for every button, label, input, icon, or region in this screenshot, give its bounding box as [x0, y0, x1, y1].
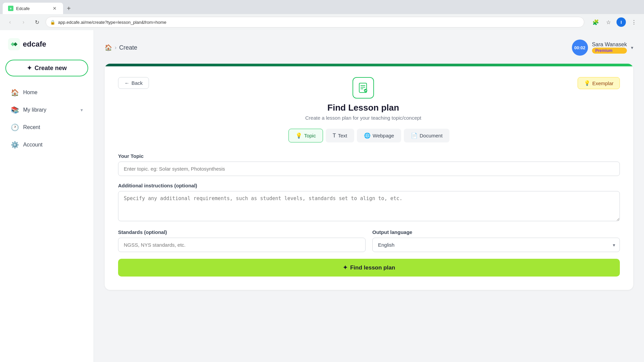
- text-tab-label: Text: [338, 133, 347, 138]
- topic-form-section: Your Topic: [118, 153, 620, 176]
- main-content: 🏠 › Create 00:02 Sara Wanasek Premium ▾: [94, 30, 644, 362]
- submit-icon: ✦: [343, 264, 347, 271]
- sidebar-item-home[interactable]: 🏠 Home: [5, 84, 88, 101]
- language-col: Output language English Spanish French G…: [372, 229, 620, 252]
- sidebar-item-account-label: Account: [23, 142, 43, 148]
- instructions-textarea[interactable]: [118, 191, 620, 221]
- output-language-label: Output language: [372, 229, 620, 235]
- standards-language-row: Standards (optional) Output language Eng…: [118, 229, 620, 252]
- tab-text[interactable]: T Text: [326, 129, 354, 142]
- sidebar-item-my-library[interactable]: 📚 My library ▾: [5, 102, 88, 118]
- sidebar-item-library-label: My library: [23, 107, 46, 113]
- user-info: 00:02 Sara Wanasek Premium ▾: [572, 40, 633, 56]
- create-new-label: Create new: [35, 65, 67, 72]
- tab-close-button[interactable]: ✕: [52, 5, 58, 11]
- breadcrumb-separator: ›: [115, 45, 116, 51]
- instructions-label: Additional instructions (optional): [118, 183, 620, 188]
- topic-tab-label: Topic: [304, 133, 316, 138]
- browser-tab-active[interactable]: e Edcafe ✕: [3, 3, 63, 14]
- exemplar-label: Exemplar: [592, 80, 613, 86]
- back-button-label: Back: [131, 80, 143, 86]
- webpage-tab-icon: 🌐: [364, 132, 371, 139]
- document-tab-icon: 📄: [411, 132, 418, 139]
- sidebar: edcafe ✦ Create new 🏠 Home 📚 My library …: [0, 30, 94, 362]
- logo-icon: [8, 38, 20, 50]
- back-button[interactable]: ← Back: [118, 77, 149, 89]
- sidebar-logo: edcafe: [5, 38, 88, 50]
- tab-document[interactable]: 📄 Document: [404, 129, 449, 142]
- breadcrumb-current-page: Create: [119, 44, 137, 51]
- submit-label: Find lesson plan: [350, 264, 395, 271]
- browser-navigation: ‹ › ↻ 🔒 app.edcafe.ai/me/create?type=les…: [0, 14, 644, 30]
- sidebar-item-recent-label: Recent: [23, 124, 40, 130]
- standards-label: Standards (optional): [118, 229, 366, 235]
- user-details: Sara Wanasek Premium: [592, 42, 627, 54]
- find-lesson-plan-button[interactable]: ✦ Find lesson plan: [118, 259, 620, 277]
- sidebar-item-account[interactable]: ⚙️ Account: [5, 137, 88, 153]
- refresh-nav-button[interactable]: ↻: [32, 17, 42, 27]
- card-subtitle: Create a lesson plan for your teaching t…: [305, 115, 421, 121]
- url-bar[interactable]: 🔒 app.edcafe.ai/me/create?type=lesson_pl…: [46, 17, 584, 27]
- browser-menu-icon[interactable]: ⋮: [629, 17, 639, 27]
- extensions-icon[interactable]: 🧩: [591, 17, 600, 27]
- webpage-tab-label: Webpage: [373, 133, 394, 138]
- sidebar-item-recent[interactable]: 🕐 Recent: [5, 119, 88, 135]
- logo-text: edcafe: [23, 40, 46, 49]
- topic-tab-icon: 💡: [296, 132, 302, 139]
- account-icon: ⚙️: [11, 141, 19, 149]
- breadcrumb-home-icon[interactable]: 🏠: [105, 44, 112, 51]
- url-text: app.edcafe.ai/me/create?type=lesson_plan…: [58, 20, 580, 25]
- card-top-bar: [105, 64, 633, 66]
- new-tab-button[interactable]: +: [64, 3, 74, 13]
- user-name: Sara Wanasek: [592, 42, 627, 48]
- breadcrumb: 🏠 › Create: [105, 44, 137, 51]
- library-icon: 📚: [11, 106, 19, 114]
- card-title-section: Find Lesson plan Create a lesson plan fo…: [149, 77, 577, 121]
- page-header: 🏠 › Create 00:02 Sara Wanasek Premium ▾: [105, 40, 633, 56]
- create-new-button[interactable]: ✦ Create new: [5, 60, 88, 76]
- card-header: ← Back: [118, 77, 620, 121]
- standards-input[interactable]: [118, 238, 366, 252]
- browser-tab-bar: e Edcafe ✕ +: [0, 0, 644, 14]
- sidebar-navigation: 🏠 Home 📚 My library ▾ 🕐 Recent ⚙️ Accoun…: [5, 84, 88, 153]
- tab-favicon: e: [8, 6, 13, 11]
- premium-badge: Premium: [592, 48, 627, 54]
- app-layout: edcafe ✦ Create new 🏠 Home 📚 My library …: [0, 30, 644, 362]
- lesson-plan-card: ← Back: [105, 64, 633, 290]
- back-arrow-icon: ←: [124, 80, 129, 86]
- lock-icon: 🔒: [50, 20, 55, 25]
- browser-action-buttons: 🧩 ☆ I ⋮: [591, 17, 639, 27]
- tab-title: Edcafe: [16, 6, 30, 11]
- card-title: Find Lesson plan: [327, 103, 399, 113]
- sidebar-item-home-label: Home: [23, 89, 38, 96]
- language-select-wrapper: English Spanish French German Chinese Ja…: [372, 238, 620, 252]
- card-icon: [353, 77, 374, 99]
- card-body: ← Back: [105, 66, 633, 290]
- tab-bar: 💡 Topic T Text 🌐 Webpage 📄 Document: [118, 129, 620, 142]
- user-menu-chevron-icon[interactable]: ▾: [631, 45, 633, 50]
- browser-profile-button[interactable]: I: [616, 17, 626, 27]
- library-chevron-icon: ▾: [80, 107, 83, 113]
- output-language-select[interactable]: English Spanish French German Chinese Ja…: [372, 238, 620, 252]
- tab-topic[interactable]: 💡 Topic: [288, 129, 323, 142]
- browser-chrome: e Edcafe ✕ + ‹ › ↻ 🔒 app.edcafe.ai/me/cr…: [0, 0, 644, 30]
- timer-display: 00:02: [572, 40, 588, 56]
- exemplar-button[interactable]: 💡 Exemplar: [578, 77, 620, 89]
- tab-webpage[interactable]: 🌐 Webpage: [357, 129, 401, 142]
- document-tab-label: Document: [420, 133, 442, 138]
- topic-label: Your Topic: [118, 153, 620, 159]
- exemplar-icon: 💡: [584, 80, 590, 86]
- recent-icon: 🕐: [11, 123, 19, 131]
- home-icon: 🏠: [11, 88, 19, 97]
- back-nav-button[interactable]: ‹: [5, 17, 15, 27]
- topic-input[interactable]: [118, 162, 620, 176]
- create-new-icon: ✦: [27, 64, 32, 72]
- instructions-form-section: Additional instructions (optional): [118, 183, 620, 223]
- text-tab-icon: T: [333, 133, 336, 139]
- forward-nav-button[interactable]: ›: [19, 17, 28, 27]
- bookmark-icon[interactable]: ☆: [604, 17, 613, 27]
- standards-col: Standards (optional): [118, 229, 366, 252]
